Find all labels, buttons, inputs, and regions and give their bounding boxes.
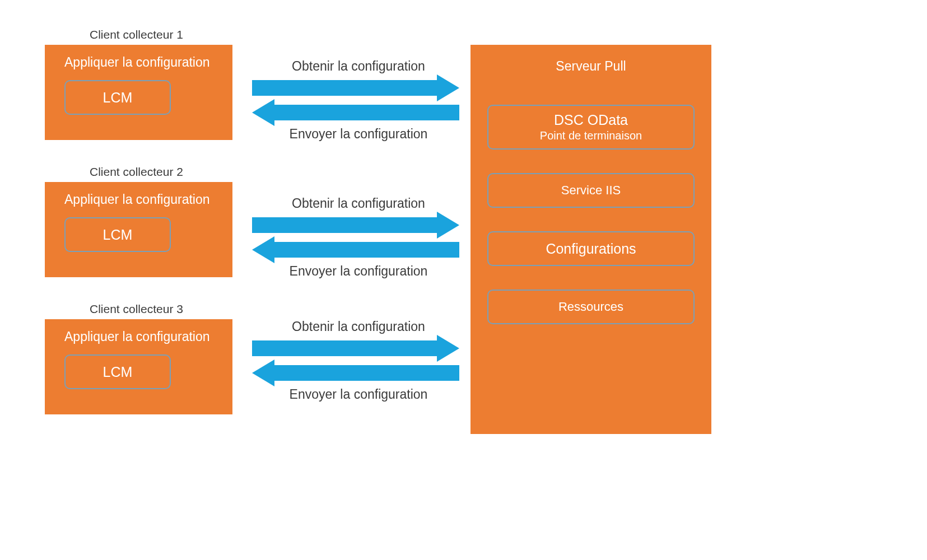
arrows-client2: Obtenir la configuration Envoyer la conf…: [246, 196, 471, 279]
arrows-client3: Obtenir la configuration Envoyer la conf…: [246, 319, 471, 402]
client2-apply: Appliquer la configuration: [64, 192, 220, 207]
server-configurations: Configurations: [487, 231, 695, 266]
server-odata-line1: DSC OData: [554, 112, 628, 128]
pull-server-box: Serveur Pull DSC OData Point de terminai…: [471, 45, 711, 434]
client2-label: Client collecteur 2: [90, 165, 183, 179]
get-config-label-3: Obtenir la configuration: [274, 319, 442, 334]
arrow-left-3: [246, 362, 471, 384]
server-iis: Service IIS: [487, 173, 695, 208]
dsc-pull-diagram: Client collecteur 1 Appliquer la configu…: [45, 22, 829, 470]
arrow-left-2: [246, 239, 471, 260]
client1-apply: Appliquer la configuration: [64, 55, 220, 70]
client1-box: Appliquer la configuration LCM: [45, 45, 232, 140]
client3-box: Appliquer la configuration LCM: [45, 319, 232, 414]
server-resources: Ressources: [487, 290, 695, 324]
send-config-label-2: Envoyer la configuration: [274, 264, 442, 279]
send-config-label-3: Envoyer la configuration: [274, 387, 442, 402]
client2-lcm: LCM: [64, 217, 171, 252]
arrow-right-3: [246, 338, 471, 359]
arrow-left-1: [246, 102, 471, 123]
server-odata-endpoint: DSC OData Point de terminaison: [487, 105, 695, 150]
arrow-right-1: [246, 77, 471, 99]
client1-label: Client collecteur 1: [90, 28, 183, 41]
client3-lcm: LCM: [64, 354, 171, 389]
get-config-label-1: Obtenir la configuration: [274, 59, 442, 74]
client3-apply: Appliquer la configuration: [64, 329, 220, 344]
send-config-label-1: Envoyer la configuration: [274, 127, 442, 142]
server-configurations-text: Configurations: [546, 241, 636, 257]
get-config-label-2: Obtenir la configuration: [274, 196, 442, 211]
client3-label: Client collecteur 3: [90, 302, 183, 316]
server-title: Serveur Pull: [487, 59, 695, 74]
client1-lcm: LCM: [64, 80, 171, 115]
arrow-right-2: [246, 214, 471, 236]
client2-box: Appliquer la configuration LCM: [45, 182, 232, 277]
arrows-client1: Obtenir la configuration Envoyer la conf…: [246, 59, 471, 142]
server-odata-line2: Point de terminaison: [540, 129, 642, 142]
